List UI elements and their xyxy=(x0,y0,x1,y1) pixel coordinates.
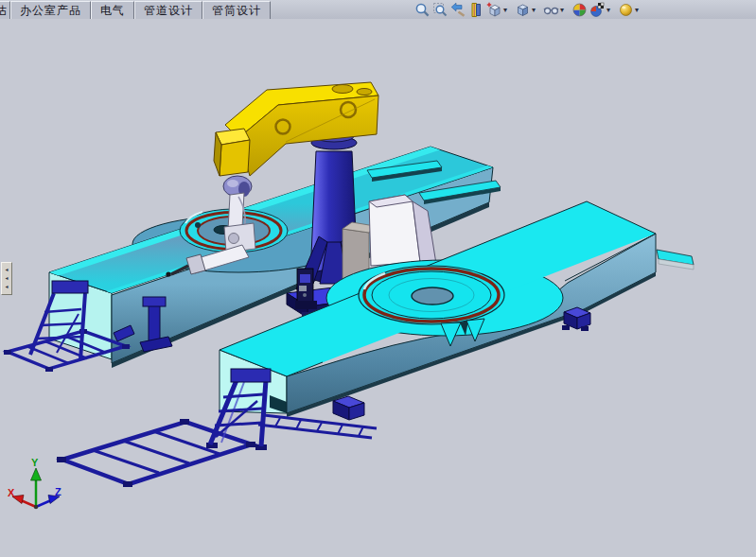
zoom-to-fit-icon[interactable] xyxy=(413,1,431,18)
robot-boom xyxy=(214,82,378,176)
collapse-arrow-icon: ◂ xyxy=(5,283,8,291)
dropdown-caret[interactable]: ▾ xyxy=(503,6,512,14)
tab-electrical[interactable]: 电气 xyxy=(91,1,134,20)
y-axis-label: Y xyxy=(31,457,39,468)
section-view-icon[interactable] xyxy=(467,1,485,18)
previous-view-icon[interactable] xyxy=(449,1,467,18)
tab-label: 估 xyxy=(0,3,8,19)
feature-panel-collapse-button[interactable]: ◂ ◂ ◂ xyxy=(1,262,12,295)
dropdown-caret[interactable]: ▾ xyxy=(635,6,643,14)
3d-model-view[interactable]: X Y Z xyxy=(0,19,756,557)
tab-office-products[interactable]: 办公室产品 xyxy=(10,1,91,20)
graphics-area[interactable]: X Y Z ◂ ◂ ◂ xyxy=(0,19,756,557)
apply-scene-icon[interactable] xyxy=(589,1,607,18)
zoom-to-area-icon[interactable] xyxy=(431,1,449,18)
hide-show-items-icon[interactable] xyxy=(542,1,560,18)
collapse-arrow-icon: ◂ xyxy=(5,274,8,283)
tab-piping-design[interactable]: 管道设计 xyxy=(134,1,202,20)
support-block-right xyxy=(562,307,590,331)
tab-label: 管道设计 xyxy=(144,3,193,19)
z-axis-label: Z xyxy=(55,486,62,497)
view-orientation-icon[interactable] xyxy=(485,1,503,18)
view-settings-icon[interactable] xyxy=(617,1,635,18)
dropdown-caret[interactable]: ▾ xyxy=(560,6,569,14)
command-manager-bar: 估 办公室产品 电气 管道设计 管筒设计 xyxy=(0,0,756,20)
tab-label: 办公室产品 xyxy=(20,3,81,19)
dropdown-caret[interactable]: ▾ xyxy=(607,6,615,14)
edit-appearance-icon[interactable] xyxy=(571,1,589,18)
collapse-arrow-icon: ◂ xyxy=(5,266,8,274)
solidworks-window: 估 办公室产品 电气 管道设计 管筒设计 xyxy=(0,0,756,557)
tab-label: 电气 xyxy=(100,3,125,19)
heads-up-view-toolbar: ▾ ▾ ▾ ▾ ▾ xyxy=(413,0,645,19)
tab-label: 管筒设计 xyxy=(212,3,261,19)
display-style-icon[interactable] xyxy=(514,1,532,18)
tab-evaluate-partial[interactable]: 估 xyxy=(0,1,10,20)
orientation-triad: X Y Z xyxy=(8,457,62,509)
dropdown-caret[interactable]: ▾ xyxy=(532,6,540,14)
x-axis-label: X xyxy=(8,487,15,498)
tab-tubing-design[interactable]: 管筒设计 xyxy=(202,1,271,20)
